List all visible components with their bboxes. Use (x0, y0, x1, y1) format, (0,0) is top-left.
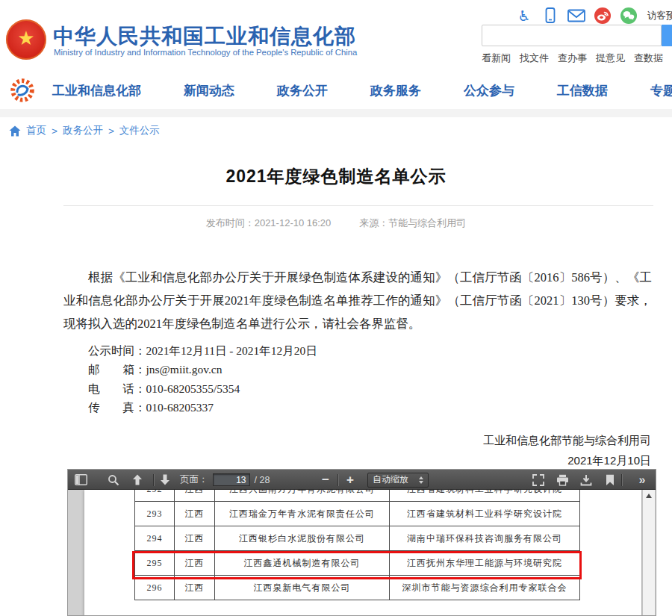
divider-line (63, 205, 653, 206)
more-tools-button[interactable]: » (635, 473, 650, 488)
page-number-input[interactable] (213, 473, 250, 486)
table-cell: 江西泉新电气有限公司 (215, 576, 390, 600)
pdf-body: 292江西江西兴国南方万年青水泥有限公司江西省建筑材料工业科学研究设计院293江… (68, 490, 656, 615)
page-label: 页面： (180, 473, 208, 486)
contact-lines: 公示时间：2021年12月11日 - 2021年12月20日邮 箱：jns@mi… (88, 341, 317, 417)
page-total: / 28 (255, 475, 270, 485)
scroll-up-icon (646, 494, 652, 498)
table-cell: 294 (135, 526, 175, 551)
table-cell: 江西省建筑材料工业科学研究设计院 (390, 502, 580, 526)
table-cell: 江西抚州东华理工能源与环境研究院 (390, 551, 580, 576)
pdf-table-body: 292江西江西兴国南方万年青水泥有限公司江西省建筑材料工业科学研究设计院293江… (135, 490, 580, 600)
table-cell: 江西兴国南方万年青水泥有限公司 (215, 490, 390, 502)
zoom-mode-select[interactable]: 自动缩放 (367, 473, 429, 488)
table-cell: 江西银杉白水泥股份有限公司 (215, 526, 390, 551)
nav-item[interactable]: 新闻动态 (184, 82, 234, 99)
table-cell: 湖南中瑞环保科技咨询服务有限公司 (390, 526, 580, 551)
nav-item[interactable]: 专题 (650, 82, 672, 99)
table-cell: 江西 (175, 576, 215, 600)
page-up-icon[interactable] (130, 473, 145, 488)
quick-links: 看新闻找文件查办事提意见查数据 (482, 52, 663, 65)
toolbar-zoom-group: − + 自动缩放 (317, 470, 429, 490)
mobile-icon[interactable] (541, 7, 559, 25)
pdf-toolbar: 页面： / 28 − + 自动缩放 (68, 470, 656, 490)
table-cell: 295 (135, 551, 175, 576)
nav-item[interactable]: 政务公开 (277, 82, 328, 99)
toolbar-separator (337, 474, 338, 486)
publish-time: 发布时间：2021-12-10 16:20 (206, 217, 332, 230)
article-paragraph: 根据《工业和信息化部办公厅关于开展绿色制造体系建设的通知》（工信厅节函〔2016… (63, 266, 652, 335)
pdf-scrollbar[interactable] (642, 490, 655, 615)
signature-date: 2021年12月10日 (567, 454, 651, 468)
nav-item[interactable]: 工业和信息化部 (52, 82, 141, 99)
table-cell: 江西 (175, 526, 215, 551)
zoom-in-button[interactable]: + (342, 473, 358, 488)
pdf-viewer: 页面： / 28 − + 自动缩放 (67, 469, 656, 616)
page-title: 2021年度绿色制造名单公示 (0, 165, 672, 188)
table-row: 294江西江西银杉白水泥股份有限公司湖南中瑞环保科技咨询服务有限公司 (135, 526, 580, 551)
article-meta: 发布时间：2021-12-10 16:20 来源：节能与综合利用司 (0, 217, 672, 230)
table-row: 293江西江西瑞金万年青水泥有限责任公司江西省建筑材料工业科学研究设计院 (135, 502, 580, 526)
quick-link[interactable]: 找文件 (520, 52, 549, 65)
quick-link[interactable]: 看新闻 (482, 52, 511, 65)
fullscreen-icon[interactable] (531, 473, 546, 488)
divider-strip (0, 109, 672, 117)
nav-item[interactable]: 公众参与 (464, 82, 514, 99)
weibo-icon[interactable] (594, 7, 612, 25)
pdf-table: 292江西江西兴国南方万年青水泥有限公司江西省建筑材料工业科学研究设计院293江… (134, 490, 580, 600)
table-cell: 江西 (175, 502, 215, 526)
breadcrumb-item[interactable]: 文件公示 (119, 124, 160, 137)
nav-item[interactable]: 工信数据 (557, 82, 608, 99)
site-subtitle-en: Ministry of Industry and Information Tec… (54, 48, 357, 57)
accessibility-icon[interactable]: ♿ (515, 7, 533, 25)
zoom-mode-value: 自动缩放 (373, 473, 408, 486)
table-cell: 江西省建筑材料工业科学研究设计院 (390, 490, 580, 502)
table-row: 295江西江西鑫通机械制造有限公司江西抚州东华理工能源与环境研究院 (135, 551, 580, 576)
table-cell: 293 (135, 502, 175, 526)
toolbar-separator (621, 474, 622, 486)
table-row: 296江西江西泉新电气有限公司深圳市节能与资源综合利用专家联合会 (135, 576, 580, 600)
visitor-appointment-link[interactable]: 访客预约 (647, 10, 672, 22)
wechat-icon[interactable] (620, 7, 638, 25)
home-icon[interactable] (9, 125, 21, 137)
breadcrumb: 首页>政务公开>文件公示 (9, 122, 160, 140)
table-cell: 深圳市节能与资源综合利用专家联合会 (390, 576, 580, 600)
main-nav-items: 工业和信息化部新闻动态政务公开政务服务公众参与工信数据专题 (52, 72, 672, 109)
signature-organization: 工业和信息化部节能与综合利用司 (483, 434, 651, 448)
bookmark-icon[interactable] (603, 473, 617, 488)
table-cell: 江西瑞金万年青水泥有限责任公司 (215, 502, 390, 526)
breadcrumb-item[interactable]: 政务公开 (63, 124, 103, 137)
page: ★ 中华人民共和国工业和信息化部 Ministry of Industry an… (0, 0, 672, 616)
toolbar-right-group: » (522, 470, 650, 490)
mail-icon[interactable] (567, 7, 585, 25)
breadcrumb-item[interactable]: 首页 (26, 124, 46, 137)
page-down-icon[interactable] (158, 473, 172, 488)
miit-gear-logo-icon (9, 77, 36, 104)
breadcrumb-separator: > (52, 125, 57, 137)
gold-star-icon: ★ (17, 28, 34, 48)
quick-link[interactable]: 提意见 (596, 52, 625, 65)
search-icon[interactable] (106, 473, 121, 488)
toolbar-left-group: 页面： / 28 (73, 470, 273, 490)
search-button[interactable] (662, 25, 672, 46)
search-input[interactable] (482, 25, 662, 46)
national-emblem-logo[interactable]: ★ (6, 19, 46, 60)
quick-link[interactable]: 查办事 (558, 52, 587, 65)
site-title[interactable]: 中华人民共和国工业和信息化部 (53, 22, 356, 51)
header-icon-row: ♿ 访客预约 (515, 7, 672, 25)
breadcrumb-separator: > (108, 125, 114, 137)
contact-line: 电 话：010-68205355/5354 (88, 379, 317, 398)
contact-line: 邮 箱：jns@miit.gov.cn (88, 360, 317, 379)
zoom-out-button[interactable]: − (317, 473, 334, 488)
table-cell: 296 (135, 576, 175, 600)
contact-line: 公示时间：2021年12月11日 - 2021年12月20日 (88, 341, 317, 360)
main-nav: 工业和信息化部新闻动态政务公开政务服务公众参与工信数据专题 (0, 72, 672, 109)
breadcrumb-items: 首页>政务公开>文件公示 (26, 124, 160, 137)
pdf-page: 292江西江西兴国南方万年青水泥有限公司江西省建筑材料工业科学研究设计院293江… (84, 490, 641, 615)
download-icon[interactable] (579, 473, 594, 488)
sidebar-toggle-icon[interactable] (73, 473, 88, 488)
print-icon[interactable] (555, 473, 570, 488)
source-label: 来源：节能与综合利用司 (359, 217, 466, 230)
quick-link[interactable]: 查数据 (634, 52, 663, 65)
nav-item[interactable]: 政务服务 (370, 82, 421, 99)
